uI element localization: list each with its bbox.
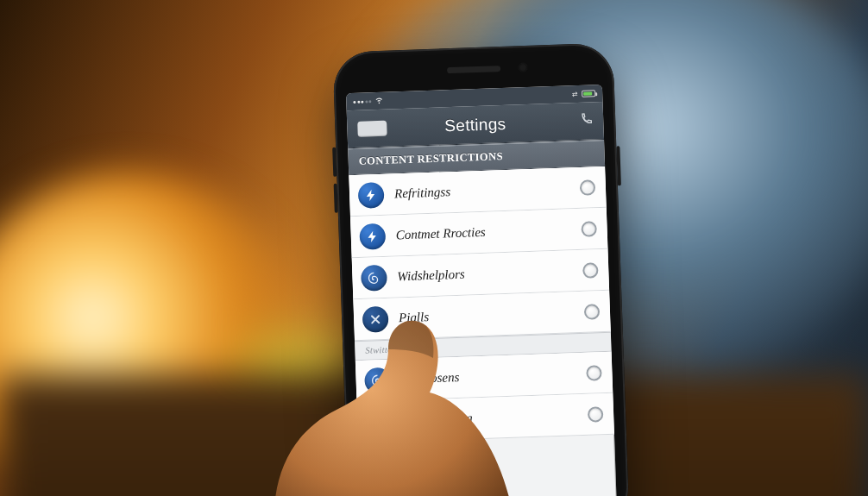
diamond-icon [366,408,393,435]
front-camera [518,63,526,72]
back-button[interactable] [357,120,387,136]
radio-indicator[interactable] [582,262,599,279]
row-label: Fiyolls Plugg [402,407,588,428]
volume-up-button[interactable] [332,148,337,177]
phone-device: ⇄ Settings Content Restrictions Refr [332,42,629,496]
status-icon: ⇄ [572,90,578,97]
bolt-icon [359,223,386,249]
radio-indicator[interactable] [581,221,597,237]
radio-indicator[interactable] [584,304,601,320]
radio-indicator[interactable] [580,179,596,196]
cross-icon [362,305,389,332]
radio-indicator[interactable] [588,406,604,423]
row-label: Widshelplors [397,263,582,284]
page-title: Settings [444,114,506,135]
earpiece [447,66,500,73]
swirl-icon [364,367,391,393]
wifi-icon [374,96,383,106]
signal-strength-icon [353,100,371,104]
phone-screen: ⇄ Settings Content Restrictions Refr [346,85,617,496]
volume-down-button[interactable] [334,184,338,213]
bolt-icon [358,181,385,208]
row-label: Contmet Rrocties [395,222,581,242]
swirl-icon [361,264,387,291]
row-label: Refritingss [394,180,580,201]
settings-list-1: Refritingss Contmet Rrocties Widshelplor… [349,166,611,341]
row-label: Troyaosens [400,366,586,386]
radio-indicator[interactable] [586,365,602,381]
settings-row-fiyolls-plugg[interactable]: Fiyolls Plugg [356,393,613,443]
row-label: Piglls [399,305,584,325]
handset-icon[interactable] [563,112,594,130]
settings-list-2: Troyaosens Fiyolls Plugg [355,352,614,443]
battery-icon [582,90,595,97]
